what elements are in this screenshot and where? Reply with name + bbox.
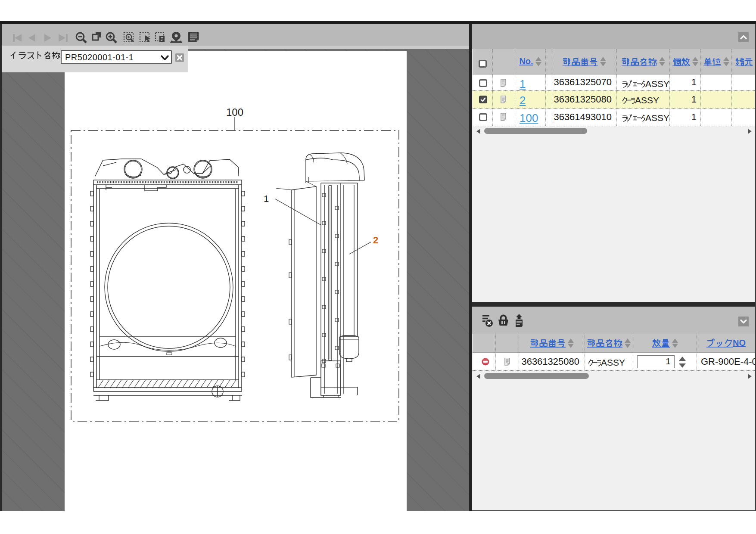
svg-text:1: 1 (264, 193, 269, 204)
svg-text:100: 100 (226, 106, 243, 118)
svg-text:2: 2 (373, 235, 378, 245)
